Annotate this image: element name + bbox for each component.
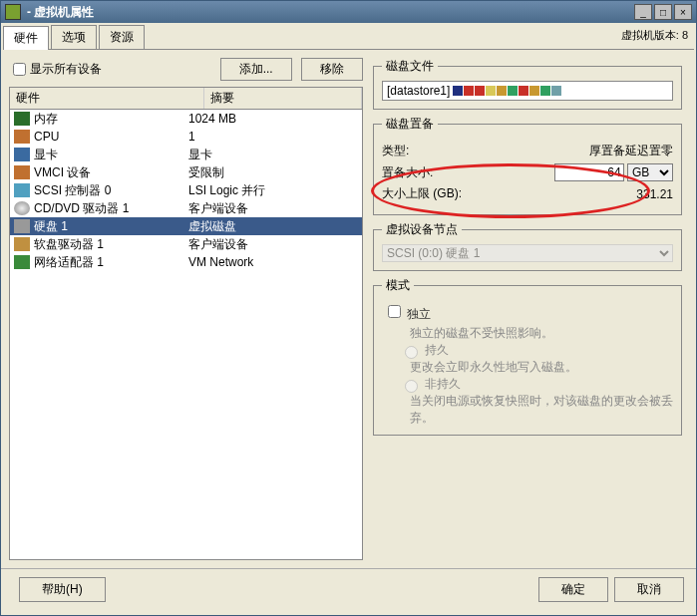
table-row[interactable]: 内存1024 MB	[10, 110, 362, 128]
tab-options[interactable]: 选项	[51, 25, 97, 49]
minimize-button[interactable]: _	[634, 4, 652, 20]
table-row[interactable]: 显卡显卡	[10, 146, 362, 163]
nonpersistent-radio	[405, 380, 418, 393]
app-icon	[5, 4, 21, 20]
persistent-radio	[405, 346, 418, 359]
device-icon	[14, 201, 30, 215]
disk-file-value: [datastore1]	[382, 81, 673, 101]
disk-provision-group: 磁盘置备 类型: 厚置备延迟置零 置备大小: GB 大小上限 (GB):	[373, 116, 682, 215]
device-icon	[14, 130, 30, 144]
window-title: - 虚拟机属性	[27, 4, 634, 21]
virtual-node-group: 虚拟设备节点 SCSI (0:0) 硬盘 1	[373, 221, 682, 271]
disk-file-legend: 磁盘文件	[382, 58, 438, 75]
device-icon	[14, 165, 30, 179]
show-all-checkbox[interactable]	[13, 63, 26, 76]
type-value: 厚置备延迟置零	[482, 143, 673, 159]
tab-resources[interactable]: 资源	[99, 25, 145, 49]
type-label: 类型:	[382, 143, 482, 159]
table-row[interactable]: SCSI 控制器 0LSI Logic 并行	[10, 181, 362, 199]
table-row[interactable]: CPU1	[10, 128, 362, 146]
device-icon	[14, 183, 30, 197]
independent-desc: 独立的磁盘不受快照影响。	[410, 325, 673, 342]
tab-hardware[interactable]: 硬件	[3, 26, 49, 50]
ok-button[interactable]: 确定	[538, 577, 608, 602]
vnode-select: SCSI (0:0) 硬盘 1	[382, 244, 673, 262]
col-summary[interactable]: 摘要	[204, 88, 362, 109]
remove-button[interactable]: 移除	[301, 58, 363, 81]
titlebar: - 虚拟机属性 _ □ ×	[1, 1, 696, 23]
device-icon	[14, 148, 30, 161]
size-unit-select[interactable]: GB	[627, 163, 673, 181]
help-button[interactable]: 帮助(H)	[19, 577, 106, 602]
size-label: 置备大小:	[382, 164, 482, 181]
add-button[interactable]: 添加...	[220, 58, 292, 81]
col-hardware[interactable]: 硬件	[10, 88, 204, 109]
vm-version: 虚拟机版本: 8	[621, 28, 688, 43]
show-all-label: 显示所有设备	[30, 61, 102, 78]
disk-file-group: 磁盘文件 [datastore1]	[373, 58, 682, 110]
device-icon	[14, 219, 30, 233]
max-label: 大小上限 (GB):	[382, 185, 502, 202]
size-input[interactable]	[554, 163, 624, 181]
maximize-button[interactable]: □	[654, 4, 672, 20]
device-icon	[14, 255, 30, 269]
hardware-table: 硬件 摘要 内存1024 MBCPU1显卡显卡VMCI 设备受限制SCSI 控制…	[9, 87, 363, 560]
table-row[interactable]: 网络适配器 1VM Network	[10, 253, 362, 271]
device-icon	[14, 112, 30, 126]
table-row[interactable]: 硬盘 1虚拟磁盘	[10, 217, 362, 235]
cancel-button[interactable]: 取消	[614, 577, 684, 602]
nonpersistent-desc: 当关闭电源或恢复快照时，对该磁盘的更改会被丢弃。	[410, 393, 673, 427]
table-row[interactable]: CD/DVD 驱动器 1客户端设备	[10, 199, 362, 217]
max-value: 331.21	[502, 187, 673, 201]
device-icon	[14, 237, 30, 251]
table-row[interactable]: VMCI 设备受限制	[10, 163, 362, 181]
table-row[interactable]: 软盘驱动器 1客户端设备	[10, 235, 362, 253]
provision-legend: 磁盘置备	[382, 116, 438, 133]
mode-legend: 模式	[382, 277, 414, 294]
mode-group: 模式 独立 独立的磁盘不受快照影响。 持久 更改会立即永久性地写入磁盘。 非持久…	[373, 277, 682, 436]
close-button[interactable]: ×	[674, 4, 692, 20]
independent-checkbox[interactable]	[388, 305, 401, 318]
tabs: 硬件 选项 资源 虚拟机版本: 8	[3, 25, 694, 50]
vnode-legend: 虚拟设备节点	[382, 221, 462, 238]
persistent-desc: 更改会立即永久性地写入磁盘。	[410, 359, 673, 376]
